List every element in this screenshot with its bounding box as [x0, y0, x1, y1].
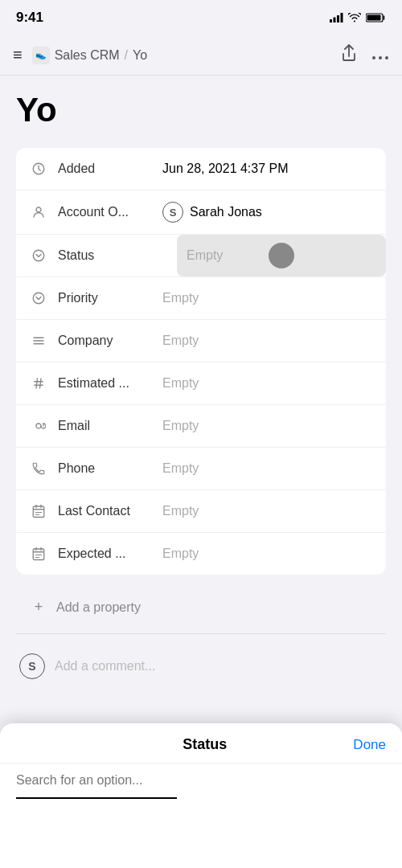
expected-label: Expected ...	[58, 547, 162, 561]
share-icon[interactable]	[341, 44, 357, 66]
breadcrumb-current: Yo	[133, 48, 147, 63]
section-divider	[16, 633, 386, 634]
account-owner-value: S Sarah Jonas	[162, 202, 262, 223]
svg-rect-5	[367, 15, 381, 21]
svg-point-10	[36, 207, 41, 212]
svg-point-7	[379, 56, 382, 59]
main-content: Yo Added Jun 28, 2021 4:37 PM Account O.	[0, 76, 402, 723]
svg-rect-21	[33, 506, 44, 518]
status-label: Status	[58, 248, 162, 263]
add-property-label: Add a property	[56, 600, 141, 615]
svg-point-11	[33, 250, 44, 261]
signal-icon	[330, 13, 343, 23]
person-icon	[29, 203, 48, 222]
breadcrumb-separator: /	[125, 48, 128, 63]
email-value: Empty	[162, 419, 373, 433]
wifi-icon	[348, 13, 361, 23]
properties-list: Added Jun 28, 2021 4:37 PM Account O... …	[16, 148, 386, 575]
email-icon	[29, 416, 48, 436]
status-circle-overlay	[269, 243, 294, 268]
phone-icon	[29, 459, 48, 478]
email-label: Email	[58, 419, 162, 433]
property-priority[interactable]: Priority Empty	[16, 277, 386, 320]
nav-left: ≡ 👟 Sales CRM / Yo	[13, 46, 147, 64]
bottom-sheet-title: Status	[56, 736, 353, 753]
add-property-plus-icon: +	[29, 599, 48, 616]
property-phone[interactable]: Phone Empty	[16, 448, 386, 490]
estimated-label: Estimated ...	[58, 376, 162, 391]
comment-placeholder: Add a comment...	[55, 659, 155, 674]
app-icon: 👟	[32, 47, 50, 64]
search-underline	[16, 797, 177, 799]
status-icons	[330, 13, 386, 23]
hamburger-icon[interactable]: ≡	[13, 46, 23, 64]
nav-right	[341, 44, 389, 66]
priority-label: Priority	[58, 291, 162, 305]
svg-line-18	[36, 379, 38, 388]
more-icon[interactable]	[371, 46, 389, 64]
clock-icon	[29, 159, 48, 178]
app-name: Sales CRM	[55, 48, 120, 63]
status-icon	[29, 246, 48, 265]
added-label: Added	[58, 162, 162, 176]
property-expected[interactable]: Expected ... Empty	[16, 533, 386, 575]
svg-rect-27	[33, 549, 44, 560]
phone-label: Phone	[58, 461, 162, 476]
company-icon	[29, 331, 48, 350]
comment-row[interactable]: S Add a comment...	[16, 641, 386, 692]
bottom-sheet: Status Done	[0, 723, 402, 868]
priority-value: Empty	[162, 291, 373, 305]
status-dropdown-overlay: Empty	[177, 235, 386, 276]
priority-icon	[29, 289, 48, 308]
last-contact-icon	[29, 502, 48, 521]
last-contact-value: Empty	[162, 504, 373, 518]
svg-rect-1	[334, 18, 336, 23]
bottom-sheet-search-input[interactable]	[16, 773, 386, 788]
owner-avatar: S	[162, 202, 183, 223]
bottom-sheet-header: Status Done	[0, 723, 402, 764]
bottom-sheet-done-button[interactable]: Done	[353, 737, 386, 753]
svg-point-20	[36, 424, 41, 428]
svg-rect-2	[337, 15, 339, 23]
added-value: Jun 28, 2021 4:37 PM	[162, 162, 373, 176]
account-owner-label: Account O...	[58, 205, 162, 219]
svg-rect-3	[341, 13, 343, 23]
company-label: Company	[58, 334, 162, 348]
property-last-contact[interactable]: Last Contact Empty	[16, 490, 386, 533]
owner-name: Sarah Jonas	[190, 205, 262, 219]
estimated-value: Empty	[162, 376, 373, 391]
bottom-sheet-search	[0, 764, 402, 797]
property-account-owner[interactable]: Account O... S Sarah Jonas	[16, 190, 386, 235]
expected-value: Empty	[162, 547, 373, 561]
status-time: 9:41	[16, 10, 43, 26]
property-status[interactable]: Status Empty	[16, 235, 386, 277]
page-title: Yo	[16, 92, 386, 129]
add-property-row[interactable]: + Add a property	[16, 588, 386, 627]
company-value: Empty	[162, 334, 373, 348]
nav-bar: ≡ 👟 Sales CRM / Yo	[0, 35, 402, 76]
property-company[interactable]: Company Empty	[16, 320, 386, 362]
svg-point-8	[385, 56, 388, 59]
property-email[interactable]: Email Empty	[16, 405, 386, 448]
status-bar: 9:41	[0, 0, 402, 35]
status-value: Empty	[187, 248, 223, 263]
battery-icon	[366, 13, 386, 23]
phone-value: Empty	[162, 461, 373, 476]
breadcrumb: 👟 Sales CRM / Yo	[32, 47, 147, 64]
property-estimated[interactable]: Estimated ... Empty	[16, 362, 386, 405]
svg-line-19	[40, 379, 42, 388]
hash-icon	[29, 374, 48, 393]
svg-rect-0	[330, 19, 332, 23]
last-contact-label: Last Contact	[58, 504, 162, 518]
svg-point-6	[372, 56, 375, 59]
comment-avatar: S	[19, 653, 45, 679]
expected-icon	[29, 544, 48, 563]
property-added[interactable]: Added Jun 28, 2021 4:37 PM	[16, 148, 386, 190]
svg-point-12	[33, 293, 44, 304]
